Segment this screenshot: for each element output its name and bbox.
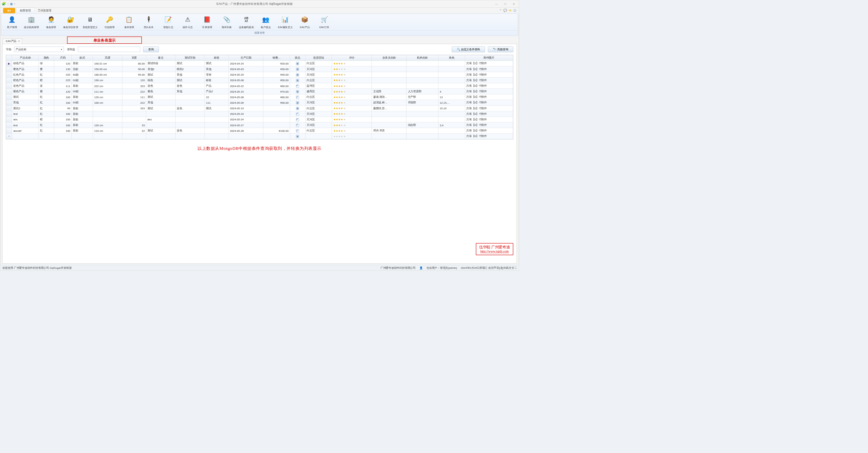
cell[interactable]: 红 bbox=[39, 122, 54, 128]
col-header[interactable]: 测试字段 bbox=[175, 55, 205, 61]
cell[interactable]: 白云区 bbox=[305, 105, 332, 111]
ribbon-item-abcode[interactable]: AB12业务编码规则 bbox=[237, 15, 256, 30]
cell[interactable] bbox=[407, 61, 439, 66]
ribbon-item-func[interactable]: 🔑功能管理 bbox=[100, 15, 119, 30]
cell[interactable]: 市场部 bbox=[407, 100, 439, 105]
cell[interactable]: 222 bbox=[122, 100, 146, 105]
cell[interactable]: 共有【0】个附件 bbox=[465, 105, 513, 111]
cell[interactable]: 其他 bbox=[175, 72, 205, 77]
cell[interactable] bbox=[290, 66, 305, 72]
cell[interactable]: 共有【0】个附件 bbox=[465, 111, 513, 117]
col-header[interactable]: 送货区域 bbox=[305, 55, 332, 61]
cell[interactable]: 新款 bbox=[72, 128, 93, 134]
cell[interactable] bbox=[439, 66, 465, 72]
cell[interactable] bbox=[175, 134, 205, 139]
cell[interactable] bbox=[439, 83, 465, 88]
cell[interactable]: 新款 bbox=[72, 61, 93, 66]
cell[interactable]: 100 bbox=[54, 117, 72, 122]
product-grid[interactable]: 产品名称颜色尺码款式高度宽度备注测试字段标签生产日期销售…状态送货区域评分业务员… bbox=[6, 55, 513, 139]
cell[interactable]: 2024-05-09 bbox=[229, 100, 264, 105]
cell[interactable]: 测试 bbox=[146, 128, 175, 134]
tab-workflow[interactable]: 工作流管理 bbox=[34, 8, 55, 14]
doc-tab-eav-product[interactable]: EAV产品 ✕ bbox=[3, 39, 22, 44]
cell[interactable]: 廖康,谢清… bbox=[372, 94, 407, 100]
table-row[interactable]: 其他红10000款100 cm222其他1112024-05-09¥90.00天… bbox=[6, 100, 513, 105]
cell[interactable]: 111 bbox=[54, 83, 72, 88]
cell[interactable]: 100 bbox=[54, 111, 72, 117]
cell[interactable] bbox=[407, 66, 439, 72]
status-checkbox[interactable] bbox=[296, 79, 299, 82]
cell[interactable]: 红 bbox=[39, 94, 54, 100]
cell[interactable] bbox=[290, 122, 305, 128]
cell[interactable] bbox=[122, 134, 146, 139]
col-header[interactable]: 销售… bbox=[263, 55, 290, 61]
col-header[interactable]: 机构名称 bbox=[407, 55, 439, 61]
cell[interactable]: 其他 bbox=[175, 89, 205, 94]
cell[interactable] bbox=[175, 94, 205, 100]
cell[interactable]: 绿 bbox=[39, 61, 54, 66]
cell[interactable] bbox=[93, 105, 122, 111]
cell[interactable]: 00款 bbox=[72, 100, 93, 105]
cell[interactable]: 99.00 bbox=[122, 72, 146, 77]
ribbon-item-systype[interactable]: 🖥系统类型定义 bbox=[81, 15, 100, 30]
cell[interactable]: 99 bbox=[54, 105, 72, 111]
cell[interactable]: ¥100.00 bbox=[263, 128, 290, 134]
cell[interactable] bbox=[290, 128, 305, 134]
table-row[interactable]: test红100新款120 cm332024-05-27天河区★★★★★综合部3… bbox=[6, 122, 513, 128]
qat-layout-icon[interactable]: ▦ bbox=[10, 2, 13, 6]
cell[interactable]: 120 cm bbox=[93, 122, 122, 128]
cell[interactable]: 新款 bbox=[72, 111, 93, 117]
cell[interactable]: 红 bbox=[39, 111, 54, 117]
cell[interactable] bbox=[290, 94, 305, 100]
cell[interactable]: ★★★★★ bbox=[332, 117, 372, 122]
cell[interactable]: 2024-05-08 bbox=[229, 77, 264, 83]
cell[interactable] bbox=[175, 117, 205, 122]
cell[interactable] bbox=[407, 77, 439, 83]
cell[interactable]: 橙 bbox=[39, 77, 54, 83]
cell[interactable] bbox=[407, 83, 439, 88]
col-header[interactable]: 高度 bbox=[93, 55, 122, 61]
table-row[interactable]: 蓝色产品蓝111新款222 cm333蓝色蓝色产品2024-05-22¥60.0… bbox=[6, 83, 513, 88]
cell[interactable]: ¥90.00 bbox=[263, 100, 290, 105]
table-row[interactable]: 红色产品红22080款180.00 cm99.00测试其他零碎2024-05-2… bbox=[6, 72, 513, 77]
cell[interactable]: 120 cm bbox=[93, 94, 122, 100]
cell[interactable]: 产品2 bbox=[205, 89, 229, 94]
cell[interactable] bbox=[439, 72, 465, 77]
cell[interactable]: 120 bbox=[122, 77, 146, 83]
cell[interactable]: 新款 bbox=[72, 117, 93, 122]
cell[interactable]: 2024-05-24 bbox=[229, 111, 264, 117]
status-checkbox[interactable] bbox=[296, 74, 299, 76]
cell[interactable]: 3,4 bbox=[439, 122, 465, 128]
cell[interactable]: 其他 bbox=[205, 66, 229, 72]
cell[interactable]: ★★★★★ bbox=[332, 94, 372, 100]
cell[interactable]: 白云区 bbox=[305, 94, 332, 100]
ribbon-item-eavorder[interactable]: 🛒EAV订单 bbox=[315, 15, 334, 30]
cell[interactable] bbox=[290, 72, 305, 77]
col-header[interactable]: 备注 bbox=[146, 55, 175, 61]
cell[interactable]: 赵浪波,林… bbox=[372, 100, 407, 105]
cell[interactable]: ¥30.00 bbox=[263, 66, 290, 72]
cell[interactable]: ★★★★★ bbox=[332, 122, 372, 128]
cell[interactable] bbox=[263, 117, 290, 122]
col-header[interactable]: 尺码 bbox=[54, 55, 72, 61]
tab-permission[interactable]: 权限管理 bbox=[16, 8, 34, 14]
cell[interactable]: 共有【0】个附件 bbox=[465, 94, 513, 100]
query-value-input[interactable] bbox=[78, 47, 140, 52]
cell[interactable]: 荔湾区 bbox=[305, 83, 332, 88]
cell[interactable]: 2024-05-29 bbox=[229, 72, 264, 77]
col-header[interactable]: 业务员名称 bbox=[372, 55, 407, 61]
cell[interactable]: 零碎 bbox=[205, 72, 229, 77]
status-checkbox[interactable] bbox=[296, 118, 299, 121]
ribbon-item-rolefield[interactable]: 🔐角色字段管理 bbox=[61, 15, 80, 30]
query-button[interactable]: 查询 bbox=[143, 46, 159, 52]
cell[interactable]: 33 bbox=[122, 122, 146, 128]
cell[interactable] bbox=[290, 111, 305, 117]
cell[interactable]: 100 bbox=[54, 128, 72, 134]
cell[interactable] bbox=[175, 100, 205, 105]
cell[interactable]: 模拟2 bbox=[175, 66, 205, 72]
cell[interactable]: 120 bbox=[54, 89, 72, 94]
cell[interactable]: 220 bbox=[54, 72, 72, 77]
cell[interactable]: 12,15,… bbox=[439, 100, 465, 105]
cell[interactable]: 2024-05-03 bbox=[229, 66, 264, 72]
cell[interactable]: 2024-05-19 bbox=[229, 105, 264, 111]
